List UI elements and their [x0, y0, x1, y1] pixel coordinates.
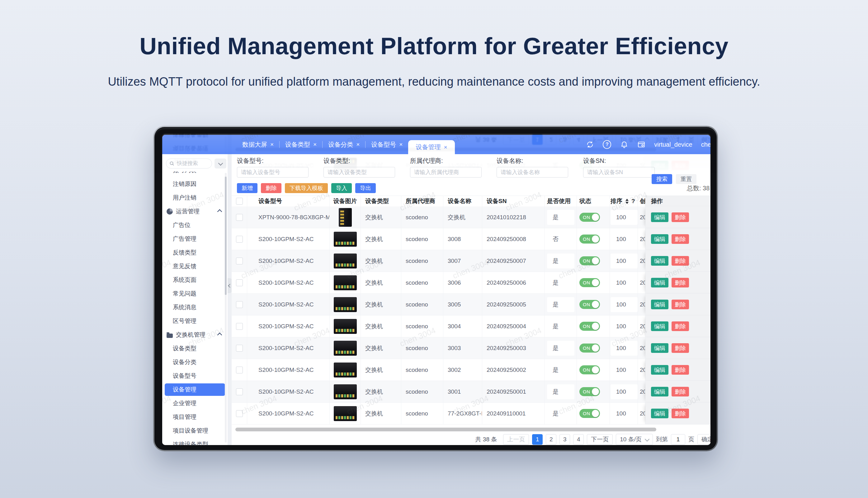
edit-button[interactable]: 编辑: [651, 409, 668, 418]
sidebar-item[interactable]: 常见问题: [162, 287, 228, 301]
tab-close-icon[interactable]: ×: [399, 141, 403, 148]
bulk-delete-button[interactable]: 删除: [261, 183, 281, 193]
bell-icon[interactable]: [620, 141, 628, 149]
sidebar-item[interactable]: 广告管理: [162, 232, 228, 246]
sidebar-scrollbar-thumb[interactable]: [225, 176, 227, 295]
confirm-button[interactable]: 确定: [697, 434, 710, 445]
row-checkbox[interactable]: [236, 323, 243, 330]
sort-field[interactable]: 100: [611, 406, 638, 421]
in-use-field[interactable]: 是: [547, 341, 574, 356]
sort-carets-icon[interactable]: [626, 199, 629, 204]
add-button[interactable]: 新增: [237, 183, 257, 193]
quick-search-box[interactable]: [166, 158, 212, 169]
page-size-select[interactable]: 10 条/页: [616, 434, 653, 445]
status-toggle[interactable]: ON: [579, 409, 600, 418]
sidebar-item[interactable]: 系统消息: [162, 301, 228, 314]
row-checkbox[interactable]: [236, 258, 243, 264]
delete-button[interactable]: 删除: [671, 343, 689, 353]
nav-tab[interactable]: 数据大屏 ×: [237, 135, 279, 154]
help-bulb-icon[interactable]: ?: [603, 141, 611, 149]
edit-button[interactable]: 编辑: [651, 365, 668, 375]
status-toggle[interactable]: ON: [579, 256, 600, 265]
sort-field[interactable]: 100: [611, 363, 638, 378]
horizontal-scrollbar[interactable]: [235, 428, 656, 431]
sort-field[interactable]: 100: [611, 210, 638, 225]
sidebar-item[interactable]: 注销原因: [162, 177, 228, 191]
delete-button[interactable]: 删除: [671, 234, 689, 244]
filter-input[interactable]: [497, 167, 568, 178]
tab-close-icon[interactable]: ×: [356, 141, 360, 148]
page-button-2[interactable]: 2: [546, 434, 556, 445]
edit-button[interactable]: 编辑: [651, 343, 668, 353]
sidebar-item[interactable]: 设备类型: [162, 342, 228, 355]
delete-button[interactable]: 删除: [671, 322, 689, 331]
in-use-field[interactable]: 是: [547, 210, 574, 225]
edit-button[interactable]: 编辑: [651, 322, 668, 331]
edit-button[interactable]: 编辑: [651, 300, 668, 309]
nav-tab[interactable]: 设备分类 ×: [322, 135, 365, 154]
sidebar-item[interactable]: 设备型号: [162, 369, 228, 383]
delete-button[interactable]: 删除: [671, 409, 689, 418]
search-button[interactable]: 搜索: [652, 174, 672, 184]
page-button-4[interactable]: 4: [573, 434, 584, 445]
quick-search-input[interactable]: [176, 160, 209, 167]
username-extra[interactable]: chen: [701, 141, 710, 148]
download-template-button[interactable]: 下载导入模板: [285, 183, 328, 193]
sort-field[interactable]: 100: [611, 384, 638, 399]
status-toggle[interactable]: ON: [579, 343, 600, 353]
row-checkbox[interactable]: [236, 367, 243, 374]
in-use-field[interactable]: 是: [547, 275, 574, 290]
menu-collapse-button[interactable]: [214, 158, 226, 169]
in-use-field[interactable]: 是: [547, 384, 574, 399]
nav-tab[interactable]: 设备型号 ×: [365, 135, 408, 154]
filter-input[interactable]: [410, 167, 482, 178]
help-question-icon[interactable]: ?: [631, 198, 635, 205]
console-settings-icon[interactable]: [637, 141, 645, 149]
in-use-field[interactable]: 是: [547, 406, 574, 421]
in-use-field[interactable]: 是: [547, 253, 574, 268]
delete-button[interactable]: 删除: [671, 256, 689, 266]
sidebar-item[interactable]: 广告位: [162, 218, 228, 232]
status-toggle[interactable]: ON: [579, 300, 600, 309]
sort-field[interactable]: 100: [611, 253, 638, 268]
filter-input[interactable]: [583, 167, 655, 178]
in-use-field[interactable]: 是: [547, 363, 574, 378]
sidebar-section[interactable]: 运营管理: [162, 205, 228, 218]
row-checkbox[interactable]: [236, 301, 243, 308]
in-use-field[interactable]: 否: [547, 232, 574, 247]
edit-button[interactable]: 编辑: [651, 212, 668, 222]
select-all-checkbox[interactable]: [236, 198, 243, 205]
status-toggle[interactable]: ON: [579, 322, 600, 331]
delete-button[interactable]: 删除: [671, 300, 689, 309]
sidebar-item[interactable]: 系统页面: [162, 273, 228, 287]
edit-button[interactable]: 编辑: [651, 387, 668, 396]
sidebar-item[interactable]: 账号列表: [162, 172, 228, 177]
sort-field[interactable]: 100: [611, 232, 638, 247]
delete-button[interactable]: 删除: [671, 212, 689, 222]
edit-button[interactable]: 编辑: [651, 278, 668, 287]
status-toggle[interactable]: ON: [579, 387, 600, 396]
filter-input[interactable]: [323, 167, 395, 178]
sort-field[interactable]: 100: [611, 297, 638, 312]
sidebar-item[interactable]: 反馈类型: [162, 246, 228, 260]
delete-button[interactable]: 删除: [671, 387, 689, 396]
nav-tab[interactable]: 设备管理 ×: [408, 140, 455, 154]
next-page-button[interactable]: 下一页: [587, 434, 613, 445]
in-use-field[interactable]: 是: [547, 319, 574, 334]
sidebar-item[interactable]: 连接设备类型: [162, 437, 228, 445]
sidebar-collapse-handle[interactable]: [228, 278, 232, 293]
refresh-icon[interactable]: [586, 141, 594, 149]
import-button[interactable]: 导入: [331, 183, 352, 193]
status-toggle[interactable]: ON: [579, 213, 600, 222]
row-checkbox[interactable]: [236, 345, 243, 352]
status-toggle[interactable]: ON: [579, 365, 600, 375]
sort-field[interactable]: 100: [611, 341, 638, 356]
sidebar-item[interactable]: 设备管理: [165, 383, 225, 396]
sidebar-item[interactable]: 项目设备管理: [162, 424, 228, 437]
username[interactable]: virtual_device: [654, 141, 692, 148]
jump-page-input[interactable]: [671, 434, 685, 445]
sidebar-item[interactable]: 企业管理: [162, 396, 228, 410]
tab-close-icon[interactable]: ×: [444, 144, 447, 151]
edit-button[interactable]: 编辑: [651, 234, 668, 244]
status-toggle[interactable]: ON: [579, 235, 600, 244]
